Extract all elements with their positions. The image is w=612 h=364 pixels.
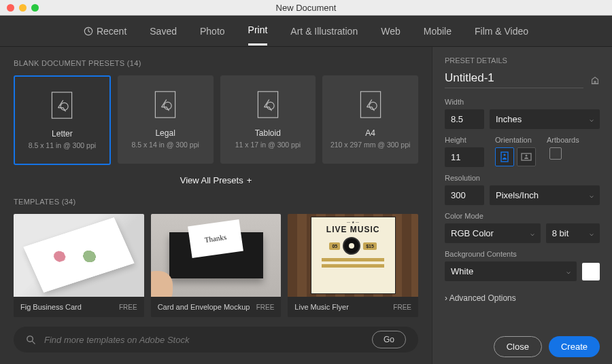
tab-film-video[interactable]: Film & Video: [475, 18, 528, 45]
width-input[interactable]: [445, 109, 484, 129]
templates-header: TEMPLATES (34): [14, 198, 418, 206]
preset-card-letter[interactable]: Letter8.5 x 11 in @ 300 ppi: [14, 75, 111, 165]
orientation-label: Orientation: [495, 136, 536, 144]
preset-card-a4[interactable]: A4210 x 297 mm @ 300 ppi: [322, 75, 418, 164]
artboards-label: Artboards: [547, 136, 579, 144]
height-label: Height: [445, 136, 484, 144]
window-controls: [7, 4, 39, 12]
background-select[interactable]: White ⌵: [445, 261, 577, 281]
chevron-down-icon: ⌵: [530, 230, 534, 237]
stock-go-button[interactable]: Go: [372, 331, 406, 348]
width-label: Width: [445, 98, 600, 106]
preset-dimensions: 210 x 297 mm @ 300 ppi: [330, 141, 410, 149]
tab-photo[interactable]: Photo: [200, 18, 225, 45]
preset-details-header: PRESET DETAILS: [445, 56, 600, 65]
minimize-window-icon[interactable]: [19, 4, 27, 12]
height-input[interactable]: [445, 147, 484, 167]
svg-rect-5: [258, 92, 277, 117]
template-thumbnail: [14, 214, 144, 297]
preset-name: A4: [365, 128, 375, 138]
preset-name: Letter: [52, 129, 73, 139]
tab-art-illustration[interactable]: Art & Illustration: [290, 18, 358, 45]
svg-rect-12: [522, 153, 531, 160]
portrait-icon: [500, 151, 509, 162]
preset-dimensions: 8.5 x 14 in @ 300 ppi: [131, 141, 199, 149]
preset-details-panel: PRESET DETAILS Untitled-1 Width Inches ⌵…: [432, 47, 612, 364]
color-mode-label: Color Mode: [445, 212, 600, 220]
background-color-swatch[interactable]: [582, 263, 600, 280]
tab-recent-label: Recent: [97, 26, 126, 37]
plus-icon: +: [247, 175, 252, 185]
template-thumbnail: Thanks: [151, 214, 282, 297]
resolution-input[interactable]: [445, 185, 484, 205]
tab-web[interactable]: Web: [381, 18, 401, 45]
presets-header: BLANK DOCUMENT PRESETS (14): [14, 59, 418, 67]
chevron-down-icon: ⌵: [566, 268, 571, 275]
color-mode-select[interactable]: RGB Color ⌵: [445, 223, 541, 243]
units-select[interactable]: Inches ⌵: [490, 109, 600, 129]
landscape-icon: [521, 153, 532, 161]
preset-name: Tabloid: [255, 128, 281, 138]
svg-point-13: [526, 155, 528, 157]
tab-mobile[interactable]: Mobile: [424, 18, 452, 45]
preset-dimensions: 11 x 17 in @ 300 ppi: [235, 141, 301, 149]
stock-search[interactable]: Go: [14, 327, 418, 352]
resolution-label: Resolution: [445, 174, 600, 182]
maximize-window-icon[interactable]: [31, 4, 39, 12]
template-card[interactable]: ThanksCard and Envelope MockupFREE: [151, 214, 282, 317]
template-price: FREE: [256, 304, 275, 311]
bit-depth-select[interactable]: 8 bit ⌵: [546, 223, 600, 243]
window-title: New Document: [276, 3, 337, 13]
template-card[interactable]: — ★ —LIVE MUSIC05$15Live Music FlyerFREE: [288, 214, 418, 317]
svg-rect-10: [501, 152, 508, 162]
svg-rect-7: [360, 92, 380, 117]
stock-search-input[interactable]: [43, 334, 365, 346]
template-price: FREE: [119, 304, 137, 311]
chevron-down-icon: ⌵: [590, 230, 594, 237]
resolution-units-select[interactable]: Pixels/Inch ⌵: [490, 185, 600, 205]
orientation-portrait[interactable]: [495, 147, 514, 166]
background-label: Background Contents: [445, 250, 600, 258]
template-card[interactable]: Fig Business CardFREE: [14, 214, 144, 317]
artboards-checkbox[interactable]: [549, 147, 562, 160]
create-button[interactable]: Create: [549, 336, 600, 357]
preset-name: Legal: [155, 128, 175, 138]
close-window-icon[interactable]: [7, 4, 14, 12]
close-button[interactable]: Close: [494, 336, 542, 357]
orientation-landscape[interactable]: [517, 147, 536, 166]
template-price: FREE: [393, 304, 411, 311]
svg-point-11: [503, 153, 505, 156]
view-all-presets[interactable]: View All Presets +: [14, 175, 418, 185]
tab-saved[interactable]: Saved: [150, 18, 177, 45]
preset-card-tabloid[interactable]: Tabloid11 x 17 in @ 300 ppi: [220, 75, 316, 164]
advanced-options-toggle[interactable]: › Advanced Options: [445, 293, 600, 303]
tab-print[interactable]: Print: [248, 16, 268, 46]
svg-rect-3: [156, 92, 175, 117]
svg-rect-1: [52, 92, 72, 118]
document-name-input[interactable]: Untitled-1: [445, 71, 583, 88]
chevron-down-icon: ⌵: [590, 115, 594, 123]
chevron-down-icon: ⌵: [590, 192, 594, 199]
clock-icon: [84, 26, 93, 36]
preset-card-legal[interactable]: Legal8.5 x 14 in @ 300 ppi: [118, 75, 214, 164]
search-icon: [26, 335, 36, 345]
presets-panel: BLANK DOCUMENT PRESETS (14) Letter8.5 x …: [0, 47, 432, 364]
title-bar: New Document: [0, 0, 612, 16]
template-name: Card and Envelope Mockup: [158, 303, 250, 311]
preset-dimensions: 8.5 x 11 in @ 300 ppi: [29, 141, 96, 149]
template-name: Live Music Flyer: [294, 303, 348, 311]
chevron-right-icon: ›: [445, 293, 447, 303]
tab-recent[interactable]: Recent: [84, 18, 126, 45]
template-name: Fig Business Card: [20, 303, 82, 311]
template-thumbnail: — ★ —LIVE MUSIC05$15: [288, 214, 418, 297]
save-preset-icon[interactable]: [590, 75, 600, 85]
category-tabs: Recent Saved Photo Print Art & Illustrat…: [0, 16, 612, 47]
